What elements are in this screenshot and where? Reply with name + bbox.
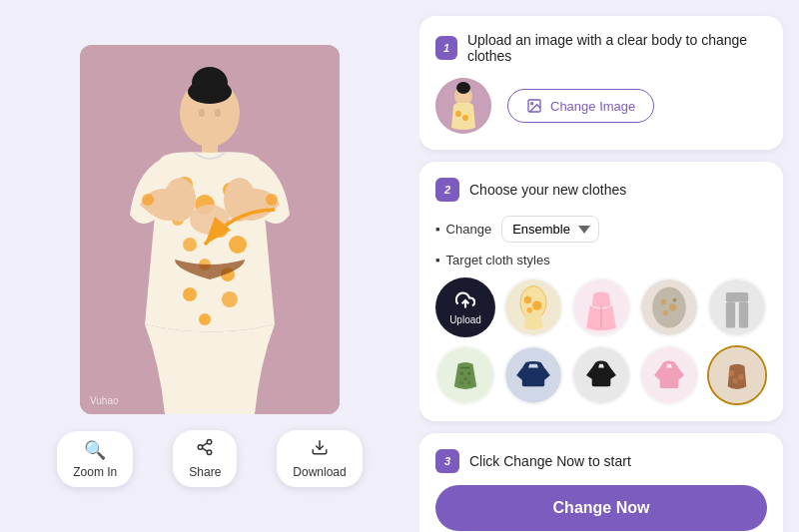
download-icon xyxy=(311,438,329,461)
bottom-controls: 🔍 Zoom In Share Download xyxy=(57,430,362,487)
svg-point-18 xyxy=(164,178,196,222)
svg-point-13 xyxy=(183,238,197,252)
svg-point-14 xyxy=(229,236,247,254)
upload-row: Change Image xyxy=(435,78,767,134)
avatar xyxy=(435,78,491,134)
upload-label: Upload xyxy=(449,314,481,325)
right-panel: 1 Upload an image with a clear body to c… xyxy=(419,0,799,532)
zoom-in-button[interactable]: 🔍 Zoom In xyxy=(57,431,133,487)
svg-rect-54 xyxy=(726,292,748,301)
cloth-item-5[interactable] xyxy=(435,345,495,405)
step2-header: 2 Choose your new clothes xyxy=(435,178,767,202)
cloth-item-4[interactable] xyxy=(707,277,767,337)
cloth-item-8[interactable] xyxy=(639,345,699,405)
download-button[interactable]: Download xyxy=(277,430,362,487)
cloth-item-9[interactable] xyxy=(707,345,767,405)
svg-point-35 xyxy=(455,111,461,117)
svg-point-52 xyxy=(673,298,677,302)
step2-badge: 2 xyxy=(435,178,459,202)
svg-point-17 xyxy=(190,205,230,235)
step2-card: 2 Choose your new clothes Change Ensembl… xyxy=(419,162,783,421)
svg-point-59 xyxy=(459,371,463,375)
watermark-text: Vuhao xyxy=(90,395,119,406)
left-panel: Vuhao 🔍 Zoom In Share xyxy=(0,0,419,532)
svg-point-41 xyxy=(520,286,546,320)
svg-point-36 xyxy=(462,115,468,121)
model-image-container: Vuhao xyxy=(80,45,340,414)
svg-point-73 xyxy=(732,378,738,384)
step3-badge: 3 xyxy=(435,449,459,473)
step1-card: 1 Upload an image with a clear body to c… xyxy=(419,16,783,150)
svg-point-42 xyxy=(524,296,531,303)
svg-point-72 xyxy=(738,374,744,380)
cloth-item-2[interactable] xyxy=(571,277,631,337)
change-setting-label: Change xyxy=(435,222,491,237)
svg-line-29 xyxy=(203,448,208,451)
svg-point-71 xyxy=(729,370,735,376)
share-icon xyxy=(196,438,214,461)
svg-point-62 xyxy=(459,381,463,385)
zoom-in-icon: 🔍 xyxy=(84,439,106,461)
svg-point-53 xyxy=(709,279,765,335)
ensemble-dropdown[interactable]: Ensemble Top Bottom Dress xyxy=(501,216,599,243)
svg-point-63 xyxy=(467,381,471,385)
svg-rect-67 xyxy=(592,368,611,387)
svg-point-60 xyxy=(467,371,471,375)
svg-point-19 xyxy=(224,178,256,222)
cloth-item-6[interactable] xyxy=(503,345,563,405)
svg-point-22 xyxy=(183,287,197,301)
svg-line-30 xyxy=(203,443,208,446)
cloth-item-1[interactable] xyxy=(503,277,563,337)
step1-header: 1 Upload an image with a clear body to c… xyxy=(435,32,767,64)
change-image-button[interactable]: Change Image xyxy=(507,89,654,123)
svg-point-3 xyxy=(188,80,232,104)
step1-badge: 1 xyxy=(435,36,457,60)
svg-point-26 xyxy=(208,440,213,445)
step3-card: 3 Click Change Now to start Change Now xyxy=(419,433,783,532)
svg-point-43 xyxy=(532,300,541,309)
svg-point-51 xyxy=(662,310,668,316)
svg-point-38 xyxy=(531,103,533,105)
clothes-grid: Upload xyxy=(435,277,767,405)
svg-point-61 xyxy=(463,377,467,381)
svg-point-49 xyxy=(661,299,667,305)
share-label: Share xyxy=(189,465,221,479)
svg-point-4 xyxy=(199,109,205,117)
step1-title: Upload an image with a clear body to cha… xyxy=(467,32,767,64)
step2-title: Choose your new clothes xyxy=(469,182,626,198)
svg-point-23 xyxy=(222,291,238,307)
svg-rect-55 xyxy=(726,301,735,327)
svg-point-44 xyxy=(526,307,532,313)
svg-rect-69 xyxy=(660,368,679,389)
image-icon xyxy=(526,98,542,114)
share-button[interactable]: Share xyxy=(173,430,237,487)
svg-point-27 xyxy=(199,445,204,450)
upload-cloth-button[interactable]: Upload xyxy=(435,277,495,337)
change-now-button[interactable]: Change Now xyxy=(435,485,767,531)
svg-point-34 xyxy=(456,82,470,94)
zoom-in-label: Zoom In xyxy=(73,465,117,479)
svg-rect-56 xyxy=(739,301,748,327)
upload-icon xyxy=(455,290,475,310)
change-setting-row: Change Ensemble Top Bottom Dress xyxy=(435,216,767,243)
target-cloth-label: Target cloth styles xyxy=(435,253,767,267)
step3-header: 3 Click Change Now to start xyxy=(435,449,767,473)
svg-point-28 xyxy=(208,450,213,455)
cloth-item-3[interactable] xyxy=(639,277,699,337)
svg-point-20 xyxy=(142,194,154,206)
svg-point-5 xyxy=(215,109,221,117)
svg-point-24 xyxy=(199,313,211,325)
step3-title: Click Change Now to start xyxy=(469,453,631,469)
svg-rect-65 xyxy=(522,368,544,387)
svg-point-21 xyxy=(266,194,278,206)
download-label: Download xyxy=(293,465,346,479)
svg-point-50 xyxy=(669,303,676,310)
cloth-item-7[interactable] xyxy=(571,345,631,405)
model-svg xyxy=(80,45,340,414)
